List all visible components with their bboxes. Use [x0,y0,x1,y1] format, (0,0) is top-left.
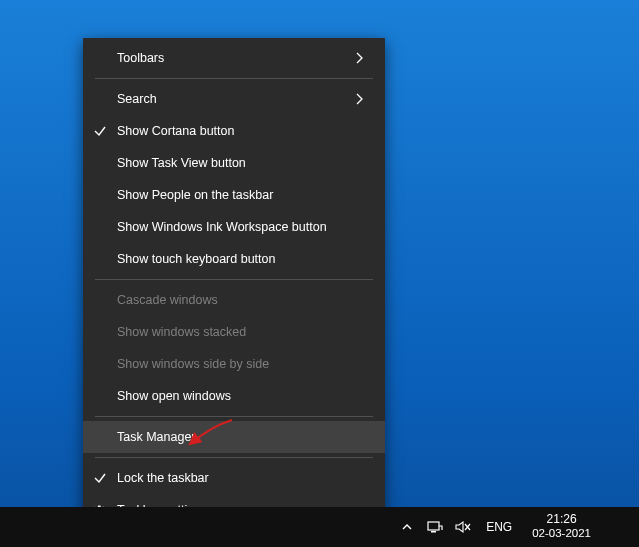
chevron-right-icon [349,93,369,105]
menu-label: Toolbars [117,51,349,65]
menu-item-show-touch-keyboard[interactable]: Show touch keyboard button [83,243,385,275]
menu-item-task-manager[interactable]: Task Manager [83,421,385,453]
menu-label: Show Cortana button [117,124,349,138]
menu-item-windows-stacked: Show windows stacked [83,316,385,348]
menu-item-show-cortana-button[interactable]: Show Cortana button [83,115,385,147]
system-tray: ENG 21:26 02-03-2021 [390,507,635,547]
check-icon [83,124,117,138]
menu-label: Show touch keyboard button [117,252,349,266]
menu-label: Cascade windows [117,293,349,307]
language-indicator[interactable]: ENG [482,520,516,534]
menu-label: Show Task View button [117,156,349,170]
menu-label: Show People on the taskbar [117,188,349,202]
tray-chevron-up-icon[interactable] [398,518,416,536]
taskbar-clock[interactable]: 21:26 02-03-2021 [526,513,597,540]
menu-separator [95,416,373,417]
check-icon [83,471,117,485]
menu-label: Show windows stacked [117,325,349,339]
network-icon[interactable] [426,518,444,536]
svg-rect-1 [431,531,436,533]
action-center-icon[interactable] [607,518,627,536]
svg-rect-0 [428,522,439,530]
clock-time: 21:26 [532,513,591,527]
menu-label: Show windows side by side [117,357,349,371]
menu-label: Show open windows [117,389,349,403]
menu-separator [95,457,373,458]
menu-item-show-people[interactable]: Show People on the taskbar [83,179,385,211]
menu-item-cascade-windows: Cascade windows [83,284,385,316]
menu-label: Lock the taskbar [117,471,349,485]
volume-muted-icon[interactable] [454,518,472,536]
menu-item-show-ink-workspace[interactable]: Show Windows Ink Workspace button [83,211,385,243]
menu-label: Search [117,92,349,106]
taskbar: ENG 21:26 02-03-2021 [0,507,639,547]
menu-item-lock-taskbar[interactable]: Lock the taskbar [83,462,385,494]
menu-item-toolbars[interactable]: Toolbars [83,42,385,74]
taskbar-context-menu: Toolbars Search Show Cortana button Show… [83,38,385,532]
menu-item-show-task-view-button[interactable]: Show Task View button [83,147,385,179]
menu-separator [95,78,373,79]
menu-label: Task Manager [117,430,349,444]
menu-item-show-open-windows[interactable]: Show open windows [83,380,385,412]
menu-label: Show Windows Ink Workspace button [117,220,349,234]
clock-date: 02-03-2021 [532,527,591,540]
menu-item-search[interactable]: Search [83,83,385,115]
menu-separator [95,279,373,280]
menu-item-windows-side-by-side: Show windows side by side [83,348,385,380]
chevron-right-icon [349,52,369,64]
